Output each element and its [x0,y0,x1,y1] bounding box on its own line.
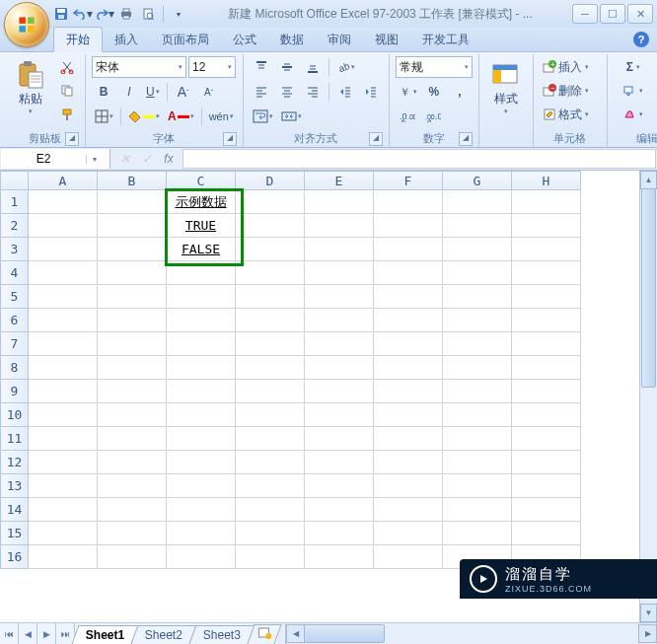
hscroll-thumb[interactable] [304,624,385,643]
cell[interactable] [236,309,305,332]
cell[interactable] [443,238,512,261]
paste-button[interactable]: 粘贴 ▾ [10,56,51,116]
fill-button[interactable]: ▾ [614,80,653,102]
scroll-left-icon[interactable]: ◀ [286,624,305,643]
cell[interactable] [167,498,236,522]
font-size-combo[interactable]: 12▾ [188,56,236,78]
align-right-icon[interactable] [301,81,325,103]
cell[interactable] [29,427,98,451]
cell[interactable] [512,214,581,238]
row-header[interactable]: 7 [1,332,29,356]
scroll-up-icon[interactable]: ▲ [640,171,657,189]
cell[interactable] [305,332,374,356]
cell[interactable] [98,403,167,427]
fx-icon[interactable]: fx [159,150,179,168]
maximize-button[interactable]: ☐ [600,4,625,24]
cell[interactable] [305,380,374,403]
cell[interactable] [98,451,167,474]
cell[interactable] [236,522,305,545]
cell[interactable] [98,309,167,332]
qat-undo-icon[interactable]: ▾ [73,4,93,24]
enter-formula-icon[interactable]: ✓ [137,150,157,168]
cell[interactable] [98,474,167,498]
cell[interactable] [305,474,374,498]
cell[interactable] [512,309,581,332]
cell[interactable] [443,285,512,309]
cell[interactable] [374,451,443,474]
wrap-text-icon[interactable]: ▾ [250,106,276,127]
cell[interactable] [29,545,98,569]
cell[interactable] [98,427,167,451]
cut-icon[interactable] [55,56,79,78]
cell[interactable] [29,451,98,474]
phonetic-icon[interactable]: wén▾ [206,106,237,127]
cell[interactable] [29,309,98,332]
autosum-button[interactable]: Σ▾ [614,56,653,78]
row-header[interactable]: 4 [1,261,29,285]
decrease-decimals-icon[interactable]: .00.0 [421,106,445,127]
cell[interactable] [98,522,167,545]
align-center-icon[interactable] [275,81,299,103]
cell[interactable] [29,190,98,214]
cell[interactable] [98,238,167,261]
cell[interactable] [305,190,374,214]
cell[interactable] [236,285,305,309]
insert-cells-button[interactable]: +插入▾ [540,56,601,78]
align-bottom-icon[interactable] [301,56,325,78]
col-header[interactable]: C [167,172,236,190]
cell[interactable] [167,522,236,545]
cell[interactable] [305,285,374,309]
cell[interactable] [512,190,581,214]
bold-button[interactable]: B [92,81,115,103]
col-header[interactable]: A [29,172,98,190]
col-header[interactable]: B [98,172,167,190]
cell[interactable] [167,403,236,427]
sheet-tab[interactable]: Sheet1 [72,625,139,644]
cell[interactable] [512,451,581,474]
help-icon[interactable]: ? [633,32,649,47]
cell[interactable] [512,261,581,285]
row-header[interactable]: 2 [1,214,29,238]
sheet-tab[interactable]: Sheet2 [131,625,197,644]
cell[interactable] [374,427,443,451]
col-header[interactable]: H [512,172,581,190]
cell[interactable] [443,214,512,238]
cell[interactable] [167,380,236,403]
shrink-font-button[interactable]: Aˇ [197,81,221,103]
cell[interactable] [443,451,512,474]
cell[interactable] [236,403,305,427]
align-top-icon[interactable] [250,56,273,78]
col-header[interactable]: F [374,172,443,190]
cancel-formula-icon[interactable]: ✕ [115,150,135,168]
underline-button[interactable]: U▾ [143,81,163,103]
row-header[interactable]: 8 [1,356,29,380]
cell[interactable] [512,498,581,522]
close-button[interactable]: ✕ [627,4,653,24]
qat-save-icon[interactable] [51,4,71,24]
cell[interactable] [512,332,581,356]
fill-color-icon[interactable]: ▾ [125,106,163,127]
align-middle-icon[interactable] [275,56,299,78]
cell[interactable] [98,545,167,569]
cell[interactable] [374,522,443,545]
cell[interactable] [305,309,374,332]
align-left-icon[interactable] [250,81,273,103]
cell[interactable] [443,427,512,451]
cell[interactable] [512,380,581,403]
col-header[interactable]: D [236,172,305,190]
font-launcher-icon[interactable]: ◢ [223,132,237,146]
qat-print-icon[interactable] [116,4,136,24]
cell[interactable] [167,356,236,380]
format-cells-button[interactable]: 格式▾ [540,104,601,125]
cell[interactable] [98,261,167,285]
cell[interactable] [98,498,167,522]
format-painter-icon[interactable] [55,104,79,125]
grow-font-button[interactable]: Aˆ [172,81,195,103]
borders-icon[interactable]: ▾ [92,106,116,127]
minimize-button[interactable]: ─ [572,4,598,24]
tab-view[interactable]: 视图 [363,28,410,51]
row-header[interactable]: 1 [1,190,29,214]
styles-button[interactable]: 样式 ▾ [485,56,527,116]
clipboard-launcher-icon[interactable]: ◢ [65,132,79,146]
cell[interactable] [167,309,236,332]
